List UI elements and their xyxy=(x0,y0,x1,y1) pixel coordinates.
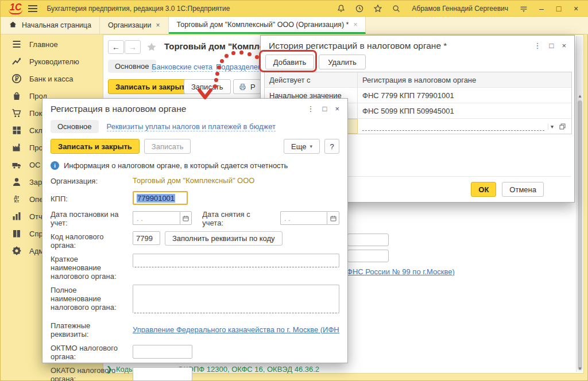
date-registered-label: Дата постановки на учет: xyxy=(51,209,133,227)
cancel-button[interactable]: Отмена xyxy=(502,182,544,197)
table-header-row[interactable]: Действует с Регистрация в налоговом орга… xyxy=(265,72,571,87)
favorites-star-icon[interactable] xyxy=(373,3,383,14)
short-name-label: Краткое наименование налогового органа: xyxy=(51,254,133,281)
org-print-button[interactable]: Р xyxy=(233,79,261,94)
boxes-grid-icon xyxy=(11,125,22,136)
sidebar-item-main[interactable]: Главное xyxy=(1,36,103,53)
tax-code-label: Код налогового органа: xyxy=(51,231,133,250)
nav-forward-button[interactable]: → xyxy=(125,40,141,54)
dropdown-arrow-icon[interactable]: ▾ xyxy=(548,123,556,130)
more-button[interactable]: Еще▾ xyxy=(284,139,320,154)
dialog-maximize-icon[interactable]: □ xyxy=(550,41,554,50)
org-field-fragment[interactable] xyxy=(347,234,389,246)
oktmo-label: ОКТМО налогового органа: xyxy=(51,343,133,361)
okato-label: ОКАТО налогового органа: xyxy=(51,365,133,381)
org-tab-bank-accounts[interactable]: Банковские счета xyxy=(152,63,212,72)
tab-label: Организации xyxy=(108,21,152,29)
dialog-maximize-icon[interactable]: □ xyxy=(323,104,327,114)
tab-home[interactable]: Начальная страница xyxy=(1,17,100,34)
kpp-label: КПП: xyxy=(51,193,133,203)
gear-icon xyxy=(11,245,22,256)
tab-organizations[interactable]: Организации × xyxy=(100,17,169,34)
nav-back-button[interactable]: ← xyxy=(108,40,124,54)
ruble-circle-icon xyxy=(11,73,22,84)
save-button[interactable]: Записать xyxy=(144,139,191,154)
dialog-menu-icon[interactable]: ⋮ xyxy=(307,104,315,114)
favorite-star-icon[interactable] xyxy=(146,41,157,53)
search-icon[interactable] xyxy=(391,3,401,14)
tab-close-icon[interactable]: × xyxy=(353,21,357,29)
fill-by-code-button[interactable]: Заполнить реквизиты по коду xyxy=(165,231,283,246)
history-clock-icon[interactable] xyxy=(354,3,365,14)
close-button[interactable]: × xyxy=(571,4,581,13)
service-settings-icon[interactable] xyxy=(519,3,529,14)
oktmo-input[interactable] xyxy=(133,345,192,359)
okato-input[interactable] xyxy=(133,367,192,381)
scrollbar-thumb[interactable] xyxy=(578,100,582,370)
home-icon xyxy=(9,20,17,30)
full-name-textarea[interactable] xyxy=(133,285,339,313)
truck-icon xyxy=(11,159,22,170)
main-menu-icon[interactable] xyxy=(28,3,37,14)
window-title: Бухгалтерия предприятия, редакция 3.0 1С… xyxy=(47,5,230,13)
sidebar-item-management[interactable]: Руководителю xyxy=(1,53,103,70)
dialog-close-icon[interactable]: × xyxy=(335,104,339,114)
maximize-button[interactable]: □ xyxy=(554,4,563,13)
shopping-bag-icon xyxy=(11,90,22,102)
shopping-cart-icon xyxy=(11,107,22,119)
org-value[interactable]: Торговый дом "Комплексный" ООО xyxy=(133,176,339,185)
save-close-button[interactable]: Записать и закрыть xyxy=(51,139,140,154)
dialog-menu-icon[interactable]: ⋮ xyxy=(534,41,541,50)
open-list-icon[interactable] xyxy=(558,122,567,131)
tab-organization-card[interactable]: Торговый дом "Комплексный" ООО (Организа… xyxy=(169,17,366,34)
org-tab-main[interactable]: Основное xyxy=(108,60,156,73)
book-icon xyxy=(11,228,22,239)
info-icon: i xyxy=(51,161,59,170)
trend-chart-icon xyxy=(11,56,22,67)
kpp-input[interactable]: 779901001 xyxy=(133,191,188,205)
menu-lines-icon xyxy=(11,38,22,50)
tax-code-input[interactable]: 7799 xyxy=(133,231,160,245)
vertical-scrollbar[interactable]: ▲ ▼ xyxy=(576,36,583,372)
org-inspection-link-fragment[interactable]: ФНС России № 99 по г.Москве) xyxy=(347,267,455,276)
registration-dialog-title: Регистрация в налоговом органе xyxy=(51,104,186,114)
column-registration[interactable]: Регистрация в налоговом органе xyxy=(358,72,571,87)
1c-logo-icon: 1С xyxy=(9,2,22,14)
tab-home-label: Начальная страница xyxy=(22,21,91,29)
date-deregistered-input[interactable]: . . xyxy=(280,211,327,225)
payment-details-label: Платежные реквизиты: xyxy=(51,320,133,339)
reg-tab-main[interactable]: Основное xyxy=(51,120,99,133)
debit-credit-icon: Дт Кт xyxy=(11,195,22,203)
info-text: Информация о налоговом органе, в который… xyxy=(64,161,288,170)
org-form-title: Торговый дом "Компле xyxy=(164,41,264,51)
calendar-icon[interactable] xyxy=(180,211,192,225)
printer-icon xyxy=(238,83,247,91)
date-registered-input[interactable]: . . xyxy=(133,211,180,225)
sidebar-item-bank-cash[interactable]: Банк и касса xyxy=(1,70,103,87)
application-window: 1С Бухгалтерия предприятия, редакция 3.0… xyxy=(0,0,588,381)
org-field-fragment[interactable] xyxy=(347,250,389,262)
current-user-name[interactable]: Абрамов Геннадий Сергеевич xyxy=(412,5,508,13)
reg-tab-payment-details[interactable]: Реквизиты уплаты налогов и платежей в бю… xyxy=(107,122,276,131)
titlebar: 1С Бухгалтерия предприятия, редакция 3.0… xyxy=(1,1,588,17)
bar-chart-icon xyxy=(11,211,22,222)
minimize-button[interactable]: – xyxy=(537,4,546,13)
empty-required-field[interactable] xyxy=(362,122,544,131)
ok-button[interactable]: ОК xyxy=(471,182,496,197)
registration-edit-cell[interactable]: ▾ xyxy=(358,119,571,134)
registration-dialog: Регистрация в налоговом органе ⋮ □ × Осн… xyxy=(42,98,348,363)
person-icon xyxy=(11,176,22,188)
tab-close-icon[interactable]: × xyxy=(156,21,160,29)
tab-label: Торговый дом "Комплексный" ООО (Организа… xyxy=(177,21,349,29)
notifications-bell-icon[interactable] xyxy=(336,3,346,14)
dialog-close-icon[interactable]: × xyxy=(562,41,566,50)
help-button[interactable]: ? xyxy=(324,139,339,154)
column-valid-from[interactable]: Действует с xyxy=(265,72,358,87)
org-label: Организация: xyxy=(51,176,133,185)
short-name-input[interactable] xyxy=(133,254,339,267)
delete-button[interactable]: Удалить xyxy=(319,55,366,69)
annotation-highlight-box xyxy=(259,50,317,72)
calendar-icon[interactable] xyxy=(327,211,339,225)
payment-details-link[interactable]: Управление Федерального казначейства по … xyxy=(133,325,339,334)
dropdown-arrow-icon: ▾ xyxy=(310,143,312,149)
